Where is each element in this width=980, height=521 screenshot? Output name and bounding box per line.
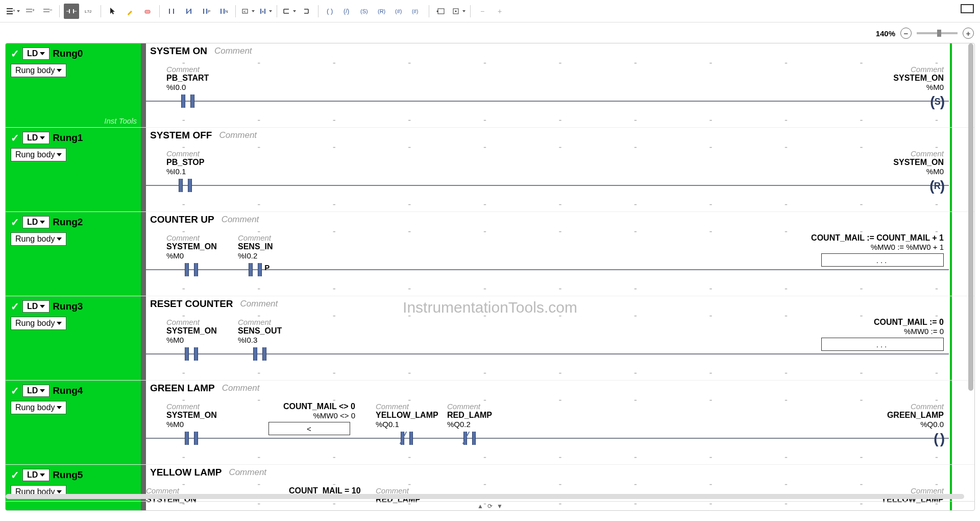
lang-select[interactable]: LD <box>22 132 50 144</box>
tool-coil-rising[interactable]: (#) <box>392 4 407 19</box>
lang-select[interactable]: LD <box>22 469 50 481</box>
tool-coil[interactable]: ( ) <box>323 4 338 19</box>
rung-body-select[interactable]: Rung body <box>11 232 66 246</box>
elem-tag[interactable]: COUNT_MAIL := COUNT_MAIL + 1 <box>811 233 944 243</box>
title-comment-placeholder[interactable]: Comment <box>214 46 252 56</box>
elem-comment[interactable]: Comment <box>166 402 217 411</box>
elem-tag[interactable]: SYSTEM_ON <box>893 74 944 83</box>
contact[interactable]: Comment SYSTEM_ON %M0 <box>166 233 217 277</box>
elem-comment[interactable]: Comment <box>447 402 492 411</box>
rung-body-select[interactable]: Rung body <box>11 317 66 330</box>
tool-eraser[interactable] <box>140 4 155 19</box>
tool-return[interactable]: L?J <box>81 4 96 19</box>
tool-contact-p[interactable]: P <box>199 4 214 19</box>
contact[interactable]: Comment PB_STOP %I0.1 <box>166 149 204 193</box>
collapse-up-icon[interactable]: ▲ <box>477 503 483 510</box>
zoom-in-button[interactable]: + <box>963 28 974 39</box>
tool-zoom-in[interactable]: + <box>492 4 507 19</box>
tool-zoom-out[interactable]: − <box>475 4 490 19</box>
elem-comment[interactable]: Comment <box>166 318 217 326</box>
elem-tag[interactable]: COUNT_MAIL := 0 <box>821 318 944 327</box>
elem-tag[interactable]: COUNT_MAIL <> 0 <box>253 402 355 411</box>
rung-body-select[interactable]: Rung body <box>11 401 66 414</box>
contact[interactable]: Comment SYSTEM_ON %M0 <box>166 402 217 446</box>
compare-box[interactable]: < <box>268 422 350 435</box>
horizontal-scrollbar[interactable] <box>6 493 964 500</box>
lang-select[interactable]: LD <box>22 300 50 313</box>
tool-coil-falling[interactable]: (#) <box>409 4 425 19</box>
elem-comment[interactable]: Comment <box>893 149 944 158</box>
title-comment-placeholder[interactable]: Comment <box>219 130 257 140</box>
operate-block[interactable]: COUNT_MAIL := 0 %MW0 := 0 ... <box>821 318 944 351</box>
contact[interactable]: Comment SENS_OUT %I0.3 <box>238 318 282 362</box>
elem-tag[interactable]: PB_START <box>166 74 209 83</box>
lang-select[interactable]: LD <box>22 385 50 397</box>
coil[interactable]: Comment SYSTEM_ON %M0 (S) <box>893 65 944 110</box>
title-comment-placeholder[interactable]: Comment <box>240 299 278 309</box>
elem-comment[interactable]: Comment <box>238 318 282 326</box>
elem-comment[interactable]: Comment <box>887 402 944 411</box>
elem-tag[interactable]: SYSTEM_ON <box>166 326 217 336</box>
coil[interactable]: Comment GREEN_LAMP %Q0.0 ( ) <box>887 402 944 447</box>
elem-comment[interactable]: Comment <box>166 65 209 74</box>
contact[interactable]: Comment PB_START %I0.0 <box>166 65 209 109</box>
expand-down-icon[interactable]: ▼ <box>497 503 503 510</box>
title-comment-placeholder[interactable]: Comment <box>222 215 259 225</box>
elem-tag[interactable]: GREEN_LAMP <box>887 411 944 420</box>
contact[interactable]: Comment SYSTEM_ON %M0 <box>166 318 217 362</box>
tool-contact-no[interactable] <box>164 4 179 19</box>
operate-block[interactable]: COUNT_MAIL := COUNT_MAIL + 1 %MW0 := %MW… <box>811 233 944 267</box>
tool-cursor[interactable] <box>105 4 120 19</box>
elem-comment[interactable]: Comment <box>166 149 204 158</box>
lang-select[interactable]: LD <box>22 216 50 228</box>
tool-call[interactable] <box>451 4 466 19</box>
tool-compare[interactable]: x <box>257 4 273 19</box>
tool-delete-rung[interactable]: − <box>40 4 55 19</box>
vertical-scrollbar[interactable] <box>966 43 973 490</box>
elem-tag[interactable]: SENS_OUT <box>238 326 282 336</box>
footer-collapse[interactable]: ▲ ⟳ ▼ <box>6 501 974 510</box>
zoom-slider[interactable] <box>917 32 958 34</box>
operate-box[interactable]: ... <box>821 253 944 267</box>
tool-pencil[interactable] <box>122 4 138 19</box>
elem-tag[interactable]: SYSTEM_ON <box>166 411 217 420</box>
contact[interactable]: Comment SENS_IN %I0.2 P <box>238 233 273 277</box>
elem-tag[interactable]: SENS_IN <box>238 242 273 251</box>
contact[interactable]: Comment RED_LAMP %Q0.2 <box>447 402 492 446</box>
elem-tag[interactable]: SYSTEM_ON <box>166 242 217 251</box>
tool-branch-close[interactable] <box>299 4 314 19</box>
rung-canvas[interactable]: SYSTEM ON Comment---------------------- … <box>146 43 974 127</box>
title-comment-placeholder[interactable]: Comment <box>222 383 260 393</box>
title-comment-placeholder[interactable]: Comment <box>229 467 266 478</box>
elem-comment[interactable]: Comment <box>376 402 438 411</box>
tool-contact-n[interactable]: N <box>216 4 231 19</box>
tool-contact-dark[interactable] <box>64 4 79 19</box>
elem-tag[interactable]: RED_LAMP <box>447 411 492 420</box>
rung-canvas[interactable]: SYSTEM OFF Comment----------------------… <box>146 128 974 211</box>
lang-select[interactable]: LD <box>22 48 50 60</box>
tool-coil-reset[interactable]: (R) <box>375 4 390 19</box>
coil[interactable]: Comment SYSTEM_ON %M0 (R) <box>893 149 944 194</box>
rung-canvas[interactable]: GREEN LAMP Comment----------------------… <box>146 381 974 464</box>
contact[interactable]: Comment YELLOW_LAMP %Q0.1 <box>376 402 438 446</box>
tool-block[interactable] <box>433 4 449 19</box>
elem-tag[interactable]: YELLOW_LAMP <box>376 411 438 420</box>
rung-canvas[interactable]: COUNTER UP Comment----------------------… <box>146 212 974 296</box>
elem-comment[interactable]: Comment <box>893 65 944 74</box>
elem-comment[interactable]: Comment <box>238 233 273 242</box>
rung-body-select[interactable]: Rung body <box>11 148 66 161</box>
operate-box[interactable]: ... <box>821 338 944 351</box>
zoom-out-button[interactable]: − <box>900 28 912 39</box>
rung-body-select[interactable]: Rung body <box>11 64 66 77</box>
tool-branch[interactable] <box>281 4 297 19</box>
compare-block[interactable]: COUNT_MAIL <> 0 %MW0 <> 0 < <box>263 402 355 435</box>
elem-comment[interactable]: Comment <box>166 233 217 242</box>
tool-add-rung[interactable]: + <box>5 4 20 19</box>
elem-tag[interactable]: PB_STOP <box>166 158 204 167</box>
tool-coil-neg[interactable]: (/) <box>340 4 355 19</box>
elem-tag[interactable]: SYSTEM_ON <box>893 158 944 167</box>
tool-add-branch[interactable]: + <box>22 4 38 19</box>
maximize-icon[interactable] <box>961 4 974 13</box>
refresh-icon[interactable]: ⟳ <box>487 503 493 510</box>
tool-jump[interactable]: < <box>240 4 255 19</box>
